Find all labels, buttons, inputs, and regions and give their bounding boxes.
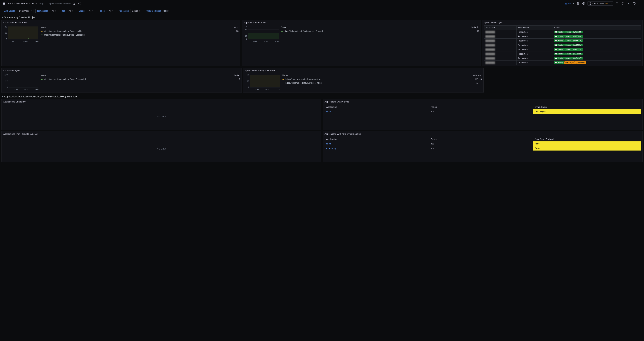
svg-rect-8 [567,3,567,4]
legend-sync: NameLast▾I https://kubernetes.default.sv… [281,25,479,33]
panel-title: Application Badges [484,21,641,24]
badges-table: Application Environment Status ██████ Pr… [484,25,641,65]
section-header-summary[interactable]: ▾ Summary by Cluster, Project [0,15,644,20]
crumb-dashboards[interactable]: Dashboards [16,2,28,5]
col-project[interactable]: Project [429,105,533,109]
legend-health: NameLast▾ https://kubernetes.default.svc… [41,25,238,37]
status-badges: Healthy Synced (ce8517d) [554,39,639,42]
col-environment[interactable]: Environment [516,26,553,30]
svg-line-12 [618,4,618,4]
sync-badge: Synced [564,57,572,59]
add-button[interactable]: Add ▼ [565,2,574,5]
menu-icon[interactable] [2,2,6,5]
svg-text:25: 25 [245,35,247,37]
sort-caret-icon: ▾ [475,27,476,28]
table-row[interactable]: ██████ Production Healthy Synced (ce8517… [484,47,641,52]
table-row[interactable]: ci-cd ops OutOfSync [324,109,641,114]
svg-text:0: 0 [246,38,247,40]
table-row[interactable]: ci-cd ops false [324,141,641,146]
table-row[interactable]: ██████ Production Healthy Synced (3fecc6… [484,30,641,34]
legend-row[interactable]: https://kubernetes.default.svc/ops - tru… [282,77,482,81]
panel-title: Application Health Status [3,21,238,24]
var-datasource[interactable]: Data Source prometheus▼ [2,9,34,13]
crumb-home[interactable]: Home [8,2,13,5]
legend-row[interactable]: https://kubernetes.default.svc/ops - Suc… [41,77,240,81]
toggle-switch[interactable] [164,9,168,12]
panel-chevron[interactable]: ▼ [638,1,642,5]
svg-text:0: 0 [6,38,7,40]
panels-row-3: Applications Unhealthy No data Applicati… [0,99,644,131]
table-row[interactable]: ██████ Production Healthy Synced (ce8517… [484,43,641,47]
legend-autosync: NameLast▾Ma https://kubernetes.default.s… [282,73,482,85]
chart-autosync[interactable]: 40 20 0 08:00 10:00 12:00 [245,73,280,91]
svg-text:08:00: 08:00 [13,88,18,90]
zoom-out-icon[interactable] [615,1,619,5]
app-link[interactable]: ci-cd [324,109,429,114]
var-cluster[interactable]: Cluster All▼ [77,9,95,13]
panel-health-status: Application Health Status 40 20 0 08:00 … [1,20,240,66]
var-application[interactable]: Application admin▼ [117,9,142,13]
legend-row[interactable]: https://kubernetes.default.svc/ops - Deg… [41,33,238,37]
panel-sync-status: Application Sync Status 75 50 25 0 08:00… [242,20,481,66]
topbar: Home › Dashboards › CI/CD › ArgoCD / App… [0,0,644,7]
svg-text:12:00: 12:00 [34,88,38,90]
col-autosync[interactable]: Auto Sync Enabled [533,137,641,141]
redacted-text: ██████ [486,40,495,42]
chevron-down-icon: ▼ [72,10,73,12]
var-project[interactable]: Project All▼ [97,9,115,13]
status-cell: false [533,141,641,146]
app-link[interactable]: monitoring [324,146,429,151]
time-range-picker[interactable]: Last 6 hours UTC ▼ [588,1,613,5]
table-row[interactable]: ██████ Production Healthy Synced (4e14fa… [484,56,641,60]
var-namespace[interactable]: Namespace All▼ [36,9,58,13]
svg-line-5 [79,3,80,4]
redacted-text: ██████ [486,61,495,64]
table-row[interactable]: ██████ Production Healthy Synced (62750d… [484,52,641,56]
col-application[interactable]: Application [324,105,429,109]
refresh-interval-chevron[interactable]: ▼ [626,1,630,5]
refresh-icon[interactable] [621,1,625,5]
crumb-cicd[interactable]: CI/CD [30,2,36,5]
share-icon[interactable] [77,1,81,5]
svg-text:0: 0 [248,86,249,88]
health-badge: Healthy [554,39,564,42]
status-badges: Healthy Synced (ce8517d) [554,48,639,51]
hash-badge: (ce8517d) [572,44,583,46]
gear-icon[interactable] [582,1,586,5]
redacted-text: ██████ [486,35,495,37]
col-application[interactable]: Application [484,26,517,30]
chart-sync[interactable]: 75 50 25 0 08:00 10:00 12:00 [244,25,279,43]
svg-rect-7 [566,3,566,4]
monitor-icon[interactable] [632,1,636,5]
chart-syncs[interactable]: 100 50 0 08:00 10:00 12:00 [3,73,39,91]
chevron-down-icon: ▾ [2,16,3,18]
sort-caret-icon: ▾ [238,75,239,76]
sync-badge: Synced [564,53,572,55]
svg-text:08:00: 08:00 [12,40,17,42]
legend-row[interactable]: https://kubernetes.default.svc/ops - fal… [282,81,482,85]
table-row[interactable]: ██████ Production Healthy Synced (62750d… [484,34,641,39]
chevron-down-icon: ▼ [573,3,574,4]
col-sync-status[interactable]: Sync Status [533,105,641,109]
status-cell: OutOfSync [533,109,641,114]
chart-health[interactable]: 40 20 0 08:00 10:00 12:00 [3,25,39,43]
hash-badge: (62750da) [572,35,583,37]
col-status[interactable]: Status [553,26,641,30]
table-row[interactable]: ██████ Production Healthy Synced (ce8517… [484,39,641,43]
col-application[interactable]: Application [324,137,429,141]
save-icon[interactable] [576,1,580,5]
star-icon[interactable] [72,1,76,5]
variable-bar: Data Source prometheus▼ Namespace All▼ J… [0,7,644,15]
legend-row[interactable]: https://kubernetes.default.svc/ops - Syn… [281,29,479,33]
chevron-down-icon: ▼ [139,10,140,12]
hash-badge: (62750da) [572,53,583,55]
app-link[interactable]: ci-cd [324,141,429,146]
legend-row[interactable]: https://kubernetes.default.svc/ops - Hea… [41,29,238,33]
svg-text:10:00: 10:00 [264,88,269,90]
section-header-apps[interactable]: ▾ Applications (Unhealthy/OutOfSync/Auto… [0,94,644,99]
col-project[interactable]: Project [429,137,533,141]
var-job[interactable]: Job All▼ [60,9,75,13]
var-argocd-release[interactable]: ArgoCD Release [144,9,169,13]
table-row[interactable]: ██████ Production Healthy OutOfSync (1ee… [484,60,641,65]
table-row[interactable]: monitoring ops false [324,146,641,151]
